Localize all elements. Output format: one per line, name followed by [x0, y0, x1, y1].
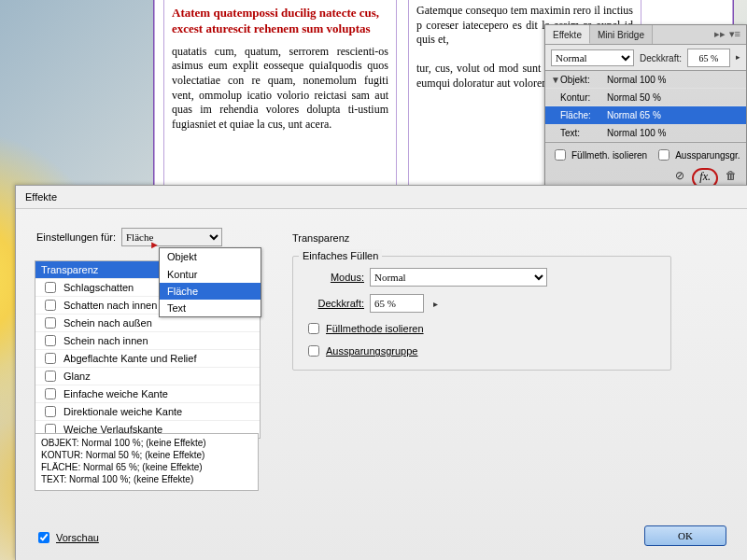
settings-for-select[interactable]: Fläche: [121, 228, 222, 246]
body-text-1: quatatis cum, quatum, serrorem rescienti…: [172, 45, 388, 133]
effect-item[interactable]: Abgeflachte Kante und Relief: [35, 350, 260, 368]
knockout-group-checkbox[interactable]: Aussparungsgr.: [655, 147, 740, 163]
panel-target-row[interactable]: Kontur:Normal 50 %: [545, 89, 746, 106]
panel-target-row[interactable]: ▼Objekt:Normal 100 %: [545, 71, 746, 89]
panel-target-row[interactable]: Text:Normal 100 %: [545, 124, 746, 142]
opacity-slider-icon[interactable]: ▸: [430, 298, 438, 310]
mode-select[interactable]: Normal: [370, 268, 547, 287]
right-section-title: Transparenz: [292, 231, 349, 245]
tab-effects[interactable]: Effekte: [545, 25, 590, 44]
settings-for-dropdown-list[interactable]: ObjektKonturFlächeText: [159, 247, 261, 317]
effect-item[interactable]: Einfache weiche Kante: [35, 385, 260, 403]
opacity-input[interactable]: [687, 49, 730, 67]
isolate-blend-checkbox[interactable]: Füllmeth. isolieren: [551, 147, 647, 163]
effect-item[interactable]: Schein nach innen: [35, 332, 260, 350]
settings-for-label: Einstellungen für:: [36, 231, 116, 244]
mode-label: Modus:: [304, 271, 364, 284]
effects-dialog: Effekte ► Einstellungen für: Fläche Obje…: [15, 185, 747, 560]
effects-panel: Effekte Mini Bridge ▸▸ ▾≡ Normal Deckkra…: [544, 24, 747, 189]
heading: Atatem quatempossi ducilig natecte cus, …: [172, 6, 388, 37]
opacity-label-dlg: Deckkraft:: [304, 297, 364, 310]
panel-collapse-icon[interactable]: ▸▸: [714, 27, 726, 44]
group-legend: Einfaches Füllen: [299, 249, 382, 262]
blend-mode-select[interactable]: Normal: [551, 49, 634, 66]
tab-mini-bridge[interactable]: Mini Bridge: [590, 25, 653, 44]
ok-button[interactable]: OK: [644, 525, 726, 546]
opacity-input-dlg[interactable]: [370, 294, 424, 313]
dropdown-item[interactable]: Kontur: [160, 266, 261, 283]
dropdown-item[interactable]: Objekt: [160, 248, 261, 265]
effects-summary: OBJEKT: Normal 100 %; (keine Effekte)KON…: [35, 433, 259, 491]
dropdown-item[interactable]: Fläche: [160, 283, 261, 300]
dialog-title: Effekte: [16, 186, 747, 209]
isolate-blend-dlg[interactable]: Füllmethode isolieren: [304, 320, 659, 337]
panel-menu-icon[interactable]: ▾≡: [729, 27, 740, 44]
dropdown-item[interactable]: Text: [160, 300, 261, 316]
effect-item[interactable]: Glanz: [35, 368, 260, 385]
preview-checkbox[interactable]: Vorschau: [35, 529, 99, 546]
knockout-group-dlg[interactable]: Aussparungsgruppe: [304, 343, 659, 359]
basic-fill-group: Einfaches Füllen Modus: Normal Deckkraft…: [292, 256, 671, 371]
opacity-label: Deckkraft:: [640, 52, 682, 64]
opacity-flyout-icon[interactable]: ▸: [736, 52, 740, 63]
panel-target-row[interactable]: Fläche:Normal 65 %: [545, 106, 746, 124]
effect-item[interactable]: Direktionale weiche Kante: [35, 403, 260, 421]
